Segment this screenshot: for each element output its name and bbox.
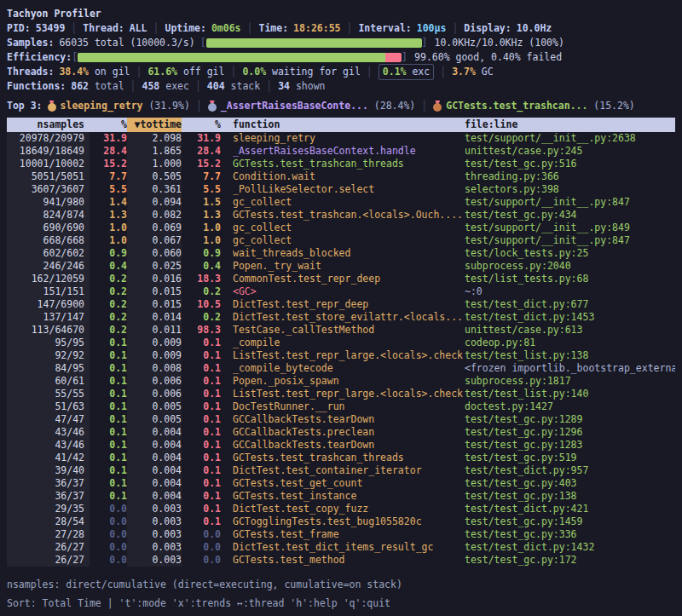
cell-gap bbox=[221, 515, 233, 528]
table-row[interactable]: 36/370.10.0040.1GCTests.test_instancetes… bbox=[7, 490, 675, 503]
cell-nsamples: 137/147 bbox=[7, 311, 90, 324]
cell-tottime: 0.069 bbox=[127, 222, 182, 234]
efficiency-bar-close-bracket: ] bbox=[402, 50, 407, 65]
table-row[interactable]: 84/950.10.0080.1_compile_bytecode<frozen… bbox=[7, 362, 675, 375]
efficiency-label: Efficiency: bbox=[7, 50, 72, 65]
table-row[interactable]: 20978/2097931.92.09831.9sleeping_retryte… bbox=[7, 132, 675, 145]
table-row[interactable]: 3607/36075.50.3615.5_PollLikeSelector.se… bbox=[7, 183, 675, 196]
top3-label: Top 3: bbox=[7, 99, 43, 113]
efficiency-bar-fail bbox=[385, 53, 402, 62]
cell-cumulative-pct: 0.1 bbox=[182, 452, 221, 464]
cell-function: DocTestRunner.__run bbox=[233, 400, 465, 413]
cell-file-line: test/test_dict.py:677 bbox=[465, 298, 675, 311]
cell-gap bbox=[221, 158, 233, 170]
table-row[interactable]: 824/8741.30.0821.3GCTests.test_trashcan.… bbox=[7, 209, 675, 222]
threads-label: Threads: bbox=[7, 65, 54, 79]
table-row[interactable]: 43/460.10.0040.1GCCallbackTests.tearDown… bbox=[7, 439, 675, 452]
cell-tottime: 0.005 bbox=[127, 400, 182, 413]
functions-stat-label: shown bbox=[296, 79, 326, 94]
separator: │ bbox=[367, 65, 373, 79]
cell-file-line: test/list_tests.py:68 bbox=[465, 273, 675, 285]
cell-file-line: codeop.py:81 bbox=[465, 337, 675, 349]
table-row[interactable]: 147/69000.20.01510.5DictTest.test_repr_d… bbox=[7, 298, 675, 311]
cell-file-line: test/support/__init__.py:847 bbox=[465, 196, 675, 209]
cell-tottime: 0.060 bbox=[127, 247, 182, 260]
separator: │ bbox=[71, 21, 77, 36]
samples-bar-open-bracket: [ bbox=[200, 36, 206, 50]
table-row[interactable]: 162/120590.20.01618.3CommonTest.test_rep… bbox=[7, 273, 675, 285]
info-label: Display: bbox=[464, 21, 511, 36]
cell-gap bbox=[221, 400, 233, 413]
table-row[interactable]: 36/370.10.0040.1GCTests.test_get_countte… bbox=[7, 477, 675, 490]
column-header-function[interactable]: function bbox=[233, 118, 465, 132]
cell-direct-pct: 0.2 bbox=[90, 285, 127, 298]
functions-stat-label: stack bbox=[231, 79, 261, 94]
cell-gap bbox=[221, 247, 233, 260]
table-row[interactable]: 95/950.10.0090.1_compilecodeop.py:81 bbox=[7, 337, 675, 349]
table-row[interactable]: 27/280.00.0030.0GCTests.test_frametest/t… bbox=[7, 528, 675, 541]
separator: │ bbox=[440, 65, 446, 79]
info-label: Interval: bbox=[358, 21, 411, 36]
cell-cumulative-pct: 0.0 bbox=[182, 541, 221, 554]
cell-file-line: test/test_list.py:138 bbox=[465, 349, 675, 362]
efficiency-bar-good bbox=[78, 53, 385, 62]
table-row[interactable]: 5051/50517.70.5057.7Condition.waitthread… bbox=[7, 170, 675, 183]
threads-line: Threads: 38.4% on gil│61.6% off gil│0.0%… bbox=[7, 65, 675, 79]
table-row[interactable]: 668/6681.00.0671.0gc_collecttest/support… bbox=[7, 234, 675, 247]
table-row[interactable]: 137/1470.20.0140.2DictTest.test_store_ev… bbox=[7, 311, 675, 324]
info-label: Time: bbox=[258, 21, 288, 36]
table-row[interactable]: 113/646700.20.01198.3TestCase._callTestM… bbox=[7, 324, 675, 337]
cell-cumulative-pct: 0.1 bbox=[182, 426, 221, 439]
cell-direct-pct: 1.3 bbox=[90, 209, 127, 222]
threads-stat: 3.7% GC bbox=[452, 65, 493, 79]
table-row[interactable]: 41/420.10.0040.1GCTests.test_trashcan_th… bbox=[7, 452, 675, 464]
terminal-screen[interactable]: Tachyon Profiler PID:53499│Thread:ALL│Up… bbox=[0, 0, 682, 616]
column-header-direct-pct[interactable]: % bbox=[90, 118, 127, 132]
table-row[interactable]: 18649/1864928.41.86528.4_AssertRaisesBas… bbox=[7, 145, 675, 158]
cell-gap bbox=[221, 477, 233, 490]
cell-nsamples: 246/246 bbox=[7, 260, 90, 273]
column-header-file-line[interactable]: file:line bbox=[465, 118, 675, 132]
info-value: 18:26:55 bbox=[293, 21, 340, 36]
cell-tottime: 0.004 bbox=[127, 452, 182, 464]
cell-nsamples: 5051/5051 bbox=[7, 170, 90, 183]
cell-gap bbox=[221, 311, 233, 324]
table-row[interactable]: 47/470.10.0050.1GCCallbackTests.tearDown… bbox=[7, 413, 675, 426]
cell-cumulative-pct: 1.0 bbox=[182, 234, 221, 247]
table-row[interactable]: 28/540.00.0030.1GCTogglingTests.test_bug… bbox=[7, 515, 675, 528]
table-row[interactable]: 602/6020.90.0600.9wait_threads_blockedte… bbox=[7, 247, 675, 260]
table-row[interactable]: 60/610.10.0060.1Popen._posix_spawnsubpro… bbox=[7, 375, 675, 388]
cell-tottime: 0.004 bbox=[127, 477, 182, 490]
functions-stat-value: 862 bbox=[71, 79, 95, 94]
cell-file-line: unittest/case.py:245 bbox=[465, 145, 675, 158]
column-header-tottime-sorted[interactable]: ▼tottime bbox=[127, 118, 182, 132]
cell-nsamples: 690/690 bbox=[7, 222, 90, 234]
cell-cumulative-pct: 0.1 bbox=[182, 362, 221, 375]
cell-function: GCTests.test_get_count bbox=[233, 477, 465, 490]
table-row[interactable]: 690/6901.00.0691.0gc_collecttest/support… bbox=[7, 222, 675, 234]
table-row[interactable]: 92/920.10.0090.1ListTest.test_repr_large… bbox=[7, 349, 675, 362]
threads-stat-label: off gil bbox=[183, 66, 224, 78]
table-row[interactable]: 55/550.10.0060.1ListTest.test_repr_large… bbox=[7, 388, 675, 400]
table-row[interactable]: 51/630.10.0050.1DocTestRunner.__rundocte… bbox=[7, 400, 675, 413]
cell-tottime: 0.015 bbox=[127, 298, 182, 311]
table-row[interactable]: 246/2460.40.0250.4Popen._try_waitsubproc… bbox=[7, 260, 675, 273]
column-header-nsamples[interactable]: nsamples bbox=[7, 118, 90, 132]
cell-cumulative-pct: 0.1 bbox=[182, 439, 221, 452]
table-row[interactable]: 10001/1000215.21.00015.2GCTests.test_tra… bbox=[7, 158, 675, 170]
table-row[interactable]: 151/1510.20.0150.2<GC>~:0 bbox=[7, 285, 675, 298]
table-body: 20978/2097931.92.09831.9sleeping_retryte… bbox=[7, 132, 675, 567]
threads-stat-value: 61.6% bbox=[147, 66, 183, 78]
cell-file-line: test/test_gc.py:336 bbox=[465, 528, 675, 541]
table-row[interactable]: 26/270.00.0030.0DictTest.test_dict_items… bbox=[7, 541, 675, 554]
samples-label: Samples: bbox=[7, 36, 54, 50]
cell-cumulative-pct: 0.0 bbox=[182, 554, 221, 567]
cell-file-line: test/support/__init__.py:849 bbox=[465, 222, 675, 234]
table-row[interactable]: 26/270.00.0030.0GCTests.test_methodtest/… bbox=[7, 554, 675, 567]
table-row[interactable]: 29/350.00.0030.1DictTest.test_copy_fuzzt… bbox=[7, 503, 675, 515]
table-row[interactable]: 39/400.10.0040.1DictTest.test_container_… bbox=[7, 464, 675, 477]
table-row[interactable]: 43/460.10.0040.1GCCallbackTests.preclean… bbox=[7, 426, 675, 439]
cell-tottime: 1.000 bbox=[127, 158, 182, 170]
column-header-cumulative-pct[interactable]: % bbox=[182, 118, 221, 132]
table-row[interactable]: 941/9801.40.0941.5gc_collecttest/support… bbox=[7, 196, 675, 209]
